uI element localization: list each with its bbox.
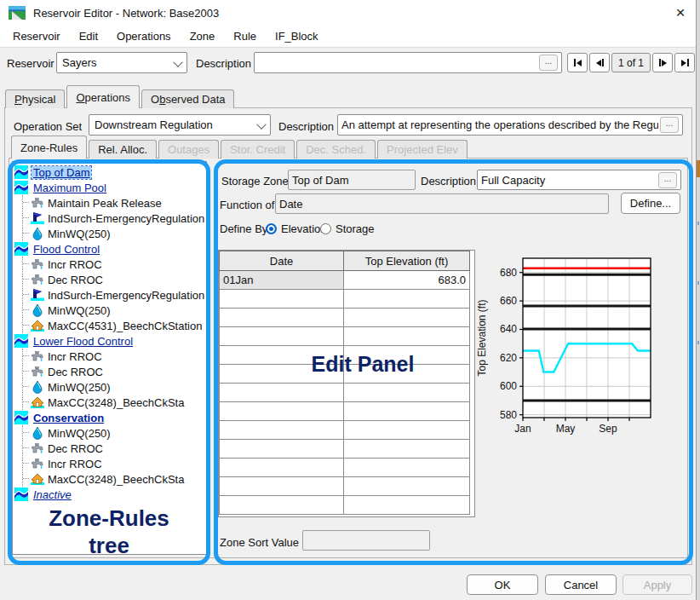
tree-rule-indsurch-emergencyregulation[interactable]: IndSurch-EmergencyRegulation xyxy=(23,211,206,226)
date-cell[interactable] xyxy=(220,309,344,327)
elevation-cell[interactable] xyxy=(344,309,470,327)
menu-if-block[interactable]: IF_Block xyxy=(266,26,328,46)
table-row-empty[interactable] xyxy=(220,440,470,459)
next-record-button[interactable] xyxy=(652,53,673,72)
menu-reservoir[interactable]: Reservoir xyxy=(3,26,70,46)
storage-zone-field[interactable]: Top of Dam xyxy=(288,170,416,190)
zone-description-field[interactable]: Full Capacity ... xyxy=(477,170,681,190)
tree-rule-dec-rroc[interactable]: Dec RROC xyxy=(23,364,206,379)
table-row-empty[interactable] xyxy=(220,309,470,327)
tree-rule-minwq-250[interactable]: MinWQ(250) xyxy=(23,425,206,441)
tab-zone-rules[interactable]: Zone-Rules xyxy=(11,136,87,159)
tree-rule-incr-rroc[interactable]: Incr RROC xyxy=(23,349,206,364)
table-row[interactable]: 01Jan683.0 xyxy=(220,271,470,290)
date-cell[interactable] xyxy=(220,327,344,346)
elevation-cell[interactable]: 683.0 xyxy=(344,271,470,290)
date-cell[interactable] xyxy=(220,459,344,477)
tree-zone-lower-flood-control[interactable]: Lower Flood Control xyxy=(14,333,206,349)
elevation-cell[interactable] xyxy=(344,421,470,440)
date-cell[interactable] xyxy=(220,346,344,365)
zone-table-scrollpane[interactable]: DateTop Elevation (ft)01Jan683.0 xyxy=(218,250,475,517)
zone-sort-value-field[interactable] xyxy=(302,530,430,551)
table-row-empty[interactable] xyxy=(220,402,470,421)
tree-rule-maxcc-4531-beechckstation[interactable]: MaxCC(4531)_BeechCkStation xyxy=(23,318,206,333)
menu-rule[interactable]: Rule xyxy=(224,26,266,46)
menu-zone[interactable]: Zone xyxy=(181,26,225,46)
table-row-empty[interactable] xyxy=(220,459,470,477)
date-cell[interactable] xyxy=(220,421,344,440)
first-record-button[interactable] xyxy=(567,53,588,72)
reservoir-description-ellipsis-button[interactable]: ... xyxy=(539,55,558,71)
tree-rule-incr-rroc[interactable]: Incr RROC xyxy=(23,456,206,471)
elevation-cell[interactable] xyxy=(344,477,470,496)
tree-rule-minwq-250[interactable]: MinWQ(250) xyxy=(23,379,206,395)
previous-record-button[interactable] xyxy=(589,53,610,72)
tree-zone-maximum-pool[interactable]: Maximum Pool xyxy=(14,180,206,195)
apply-button[interactable]: Apply xyxy=(623,574,692,595)
date-cell[interactable] xyxy=(220,365,344,384)
elevation-cell[interactable] xyxy=(344,384,470,402)
tree-rule-dec-rroc[interactable]: Dec RROC xyxy=(23,441,206,456)
date-cell[interactable] xyxy=(220,384,344,402)
tree-zone-flood-control[interactable]: Flood Control xyxy=(14,241,206,257)
elevation-cell[interactable] xyxy=(344,346,470,365)
date-cell[interactable] xyxy=(220,290,344,309)
zone-description-ellipsis-button[interactable]: ... xyxy=(658,172,677,188)
elevation-cell[interactable] xyxy=(344,402,470,421)
elevation-radio[interactable] xyxy=(266,223,277,234)
tree-rule-maxcc-3248-beechcksta[interactable]: MaxCC(3248)_BeechCkSta xyxy=(23,395,206,410)
date-cell[interactable] xyxy=(220,477,344,496)
table-row-empty[interactable] xyxy=(220,384,470,402)
tab-projected-elev[interactable]: Projected Elev xyxy=(377,140,468,159)
operation-set-description-ellipsis-button[interactable]: ... xyxy=(660,117,679,133)
elevation-cell[interactable] xyxy=(344,459,470,477)
table-row-empty[interactable] xyxy=(220,496,470,515)
tab-operations[interactable]: Operations xyxy=(66,85,140,108)
elevation-cell[interactable] xyxy=(344,290,470,309)
table-row-empty[interactable] xyxy=(220,421,470,440)
reservoir-description-field[interactable]: ... xyxy=(254,52,562,73)
tab-observed-data[interactable]: Observed Data xyxy=(141,89,234,108)
date-cell[interactable] xyxy=(220,496,344,515)
table-row-empty[interactable] xyxy=(220,290,470,309)
tree-zone-inactive[interactable]: Inactive xyxy=(14,487,206,502)
table-row-empty[interactable] xyxy=(220,477,470,496)
elevation-cell[interactable] xyxy=(344,440,470,459)
column-header-date[interactable]: Date xyxy=(220,251,344,271)
menu-edit[interactable]: Edit xyxy=(70,26,107,46)
tree-rule-minwq-250[interactable]: MinWQ(250) xyxy=(23,303,206,318)
close-icon[interactable]: × xyxy=(670,3,691,22)
menu-operations[interactable]: Operations xyxy=(107,26,181,46)
operation-set-description-field[interactable]: An attempt at representing the operation… xyxy=(337,114,683,136)
tab-outages[interactable]: Outages xyxy=(158,140,219,159)
reservoir-select[interactable]: Sayers xyxy=(56,52,187,73)
function-of-field[interactable]: Date xyxy=(275,193,609,214)
operation-set-select[interactable]: Downstream Regulation xyxy=(89,114,271,136)
tree-rule-minwq-250[interactable]: MinWQ(250) xyxy=(23,226,206,241)
elevation-cell[interactable] xyxy=(344,496,470,515)
reservoir-description-input[interactable] xyxy=(258,55,537,70)
storage-radio[interactable] xyxy=(320,223,331,234)
tree-rule-incr-rroc[interactable]: Incr RROC xyxy=(23,257,206,272)
table-row-empty[interactable] xyxy=(220,327,470,346)
define-button[interactable]: Define... xyxy=(621,193,680,214)
tree-zone-top-of-dam[interactable]: Top of Dam xyxy=(14,164,206,180)
tab-dec-sched[interactable]: Dec. Sched. xyxy=(296,140,376,159)
elevation-cell[interactable] xyxy=(344,327,470,346)
cancel-button[interactable]: Cancel xyxy=(545,574,617,595)
tree-rule-maxcc-3248-beechcksta[interactable]: MaxCC(3248)_BeechCkSta xyxy=(23,471,206,487)
tree-rule-maintain-peak-release[interactable]: Maintain Peak Release xyxy=(23,195,206,211)
tree-zone-conservation[interactable]: Conservation xyxy=(14,410,206,425)
ok-button[interactable]: OK xyxy=(467,574,538,595)
column-header-top-elevation-ft[interactable]: Top Elevation (ft) xyxy=(344,251,470,271)
tree-rule-indsurch-emergencyregulation[interactable]: IndSurch-EmergencyRegulation xyxy=(23,287,206,303)
date-cell[interactable] xyxy=(220,402,344,421)
table-row-empty[interactable] xyxy=(220,365,470,384)
table-row-empty[interactable] xyxy=(220,346,470,365)
tree-rule-dec-rroc[interactable]: Dec RROC xyxy=(23,272,206,287)
elevation-cell[interactable] xyxy=(344,365,470,384)
tab-rel-alloc[interactable]: Rel. Alloc. xyxy=(89,140,157,159)
last-record-button[interactable] xyxy=(674,53,695,72)
date-cell[interactable]: 01Jan xyxy=(220,271,344,290)
tab-physical[interactable]: Physical xyxy=(5,89,65,108)
